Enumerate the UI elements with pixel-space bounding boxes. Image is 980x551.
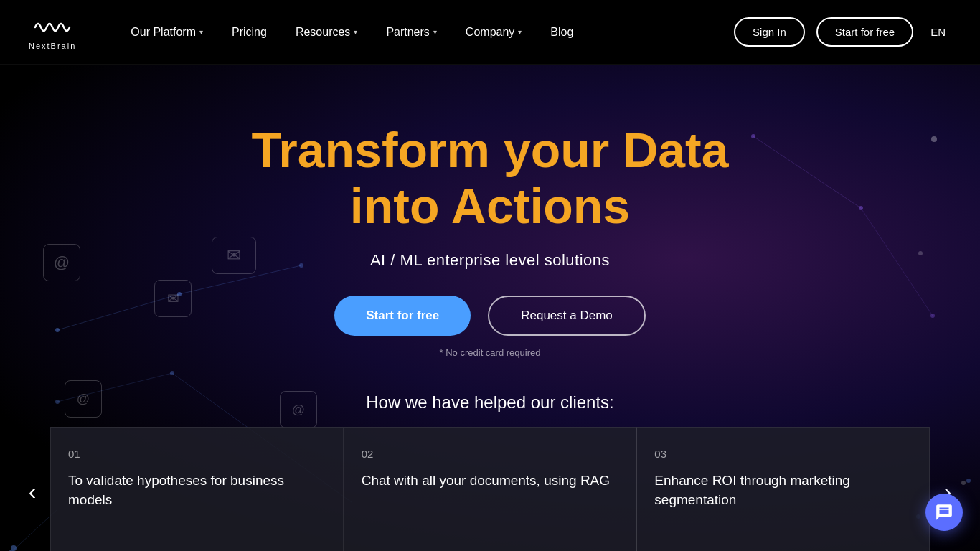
card-number-1: 01 (68, 448, 326, 460)
start-free-button-nav[interactable]: Start for free (816, 17, 913, 47)
chevron-down-icon: ▾ (518, 28, 522, 36)
nav-actions: Sign In Start for free EN (734, 17, 951, 47)
sign-in-button[interactable]: Sign In (734, 17, 805, 47)
nav-item-resources[interactable]: Resources ▾ (284, 20, 369, 44)
nav-item-our-platform[interactable]: Our Platform ▾ (119, 20, 215, 44)
nav-item-blog[interactable]: Blog (539, 20, 585, 44)
clients-section: How we have helped our clients: (366, 392, 614, 413)
hero-content: Transform your Data into Actions AI / ML… (251, 65, 728, 358)
chevron-down-icon: ▾ (433, 28, 437, 36)
card-number-3: 03 (654, 448, 912, 460)
card-number-2: 02 (362, 448, 619, 460)
chat-support-button[interactable] (925, 494, 963, 531)
language-selector[interactable]: EN (925, 23, 951, 41)
card-title-3: Enhance ROI through marketing segmentati… (654, 471, 912, 509)
cards-container: 01 To validate hypotheses for business m… (50, 427, 930, 551)
hero-section: @ ✉ ✉ @ @ Transform your Data into Actio… (0, 65, 980, 551)
card-1: 01 To validate hypotheses for business m… (50, 427, 344, 551)
clients-title: How we have helped our clients: (366, 392, 614, 413)
nav-item-pricing[interactable]: Pricing (220, 20, 278, 44)
hero-subtitle: AI / ML enterprise level solutions (370, 251, 610, 270)
brand-name: NextBrain (29, 42, 76, 50)
chat-icon (935, 503, 953, 522)
request-demo-button[interactable]: Request a Demo (488, 296, 646, 336)
card-2: 02 Chat with all your documents, using R… (344, 427, 637, 551)
nav-links: Our Platform ▾ Pricing Resources ▾ Partn… (119, 20, 734, 44)
hero-title: Transform your Data into Actions (251, 122, 728, 234)
navbar: NextBrain Our Platform ▾ Pricing Resourc… (0, 0, 980, 65)
card-title-1: To validate hypotheses for business mode… (68, 471, 326, 509)
cards-area: ‹ 01 To validate hypotheses for business… (0, 427, 980, 551)
hero-buttons: Start for free Request a Demo (334, 296, 646, 336)
nav-item-partners[interactable]: Partners ▾ (374, 20, 448, 44)
carousel-prev-button[interactable]: ‹ (14, 474, 50, 509)
logo-icon (34, 14, 71, 40)
card-3: 03 Enhance ROI through marketing segment… (636, 427, 930, 551)
card-title-2: Chat with all your documents, using RAG (362, 471, 619, 491)
nav-item-company[interactable]: Company ▾ (454, 20, 533, 44)
chevron-down-icon: ▾ (354, 28, 357, 36)
chevron-down-icon: ▾ (199, 28, 203, 36)
no-credit-text: * No credit card required (440, 347, 541, 358)
start-free-button-hero[interactable]: Start for free (334, 296, 471, 336)
logo[interactable]: NextBrain (29, 14, 76, 50)
